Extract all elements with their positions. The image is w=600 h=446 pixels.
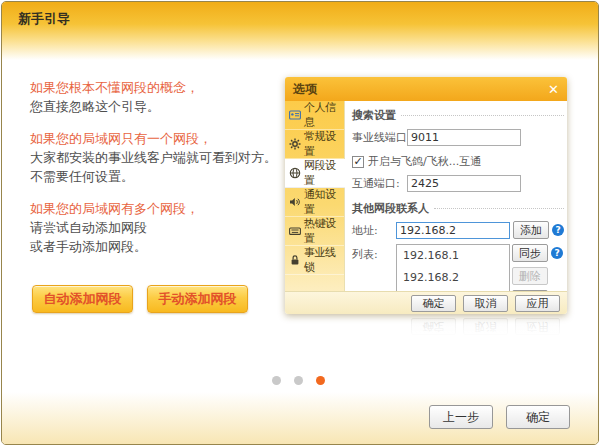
intro-highlight: 如果您的局域网只有一个网段， [30,131,212,146]
interop-port-label: 互通端口: [352,176,407,191]
reflection-ghost: 应用 [515,318,560,335]
address-row: 地址: 添加 ? [352,221,564,239]
sidebar-item-label: 个人信息 [304,100,344,130]
previous-step-button[interactable]: 上一步 [429,405,493,429]
dialog-footer: 确定 取消 应用 [285,291,567,314]
dialog-title-bar: 选项 ✕ [285,77,567,101]
keyboard-icon [289,225,301,237]
group-header-rule [434,208,564,209]
gear-icon [289,138,301,150]
intro-line: 不需要任何设置。 [30,169,134,184]
intro-paragraph: 如果您的局域网只有一个网段， 大家都安装的事业线客户端就可看到对方。 不需要任何… [30,129,292,186]
dialog-apply-button[interactable]: 应用 [515,295,560,312]
add-button[interactable]: 添加 [513,221,549,239]
intro-paragraph: 如果您的局域网有多个网段， 请尝试自动添加网段 或者手动添加网段。 [30,199,292,256]
dialog-title: 选项 [293,81,317,98]
ok-button[interactable]: 确定 [506,405,570,429]
app-port-label: 事业线端口: [352,130,407,145]
sidebar-item-general-settings[interactable]: 常规设置 [285,130,344,159]
pagination-dot-3-active[interactable] [316,376,325,385]
list-label: 列表: [352,244,396,262]
sidebar-item-label: 通知设置 [304,187,344,217]
intro-paragraph: 如果您根本不懂网段的概念， 您直接忽略这个引导。 [30,78,292,116]
sidebar-item-label: 事业线锁 [304,245,344,275]
intro-text: 如果您根本不懂网段的概念， 您直接忽略这个引导。 如果您的局域网只有一个网段， … [30,78,292,269]
interop-port-input[interactable] [407,175,521,192]
interop-checkbox-label: 开启与飞鸽/飞秋...互通 [368,154,481,169]
dialog-body: 个人信息 常规设置 网段设置 [285,101,567,291]
delete-button[interactable]: 删除 [512,267,548,285]
sync-button-row: 同步 ? [512,244,563,262]
dialog-sidebar: 个人信息 常规设置 网段设置 [285,101,345,291]
pagination-dot-2[interactable] [294,376,303,385]
pagination-dots [272,376,325,385]
options-dialog: 选项 ✕ 个人信息 常规设置 [285,77,567,314]
sidebar-item-network-segment-settings[interactable]: 网段设置 [285,159,345,188]
group-header-rule [401,115,564,116]
help-icon[interactable]: ? [552,224,564,236]
list-item[interactable]: 192.168.1 [397,245,509,267]
intro-highlight: 如果您根本不懂网段的概念， [30,80,199,95]
dialog-cancel-button[interactable]: 取消 [463,295,508,312]
list-item[interactable]: 192.168.2 [397,267,509,289]
address-input[interactable] [396,222,510,239]
dialog-ok-button[interactable]: 确定 [411,295,456,312]
id-card-icon [289,109,301,121]
manual-add-segment-button[interactable]: 手动添加网段 [147,285,248,313]
interop-checkbox-row: ✓ 开启与飞鸽/飞秋...互通 [352,154,564,169]
wizard-footer-buttons: 上一步 确定 [429,405,570,429]
interop-port-row: 互通端口: [352,175,564,192]
reflection-ghost: 确定 [411,318,456,335]
close-icon[interactable]: ✕ [548,83,559,96]
intro-line: 大家都安装的事业线客户端就可看到对方。 [30,150,277,165]
intro-highlight: 如果您的局域网有多个网段， [30,201,199,216]
sidebar-item-label: 网段设置 [304,158,345,188]
sidebar-item-app-lock[interactable]: 事业线锁 [285,246,344,275]
cta-buttons: 自动添加网段 手动添加网段 [32,285,248,313]
sidebar-item-personal-info[interactable]: 个人信息 [285,101,344,130]
intro-line: 请尝试自动添加网段 [30,220,147,235]
window-title: 新手引导 [18,10,70,28]
globe-icon [289,167,301,179]
group-header-label: 搜索设置 [352,108,396,123]
group-header-label: 其他网段联系人 [352,201,429,216]
sidebar-item-label: 热键设置 [304,216,344,246]
help-icon[interactable]: ? [551,247,563,259]
dialog-reflection: 确定 取消 应用 [285,315,567,335]
other-segments-header: 其他网段联系人 [352,201,564,216]
dialog-content: 搜索设置 事业线端口: ✓ 开启与飞鸽/飞秋...互通 互通端口: 其他网段联系… [345,101,567,291]
speaker-icon [289,196,301,208]
app-port-input[interactable] [407,129,521,146]
auto-add-segment-button[interactable]: 自动添加网段 [32,285,133,313]
intro-line: 您直接忽略这个引导。 [30,99,160,114]
lock-icon [289,254,301,266]
intro-line: 或者手动添加网段。 [30,239,147,254]
sidebar-item-notification-settings[interactable]: 通知设置 [285,188,344,217]
address-label: 地址: [352,223,396,238]
reflection-ghost: 取消 [463,318,508,335]
sidebar-item-hotkey-settings[interactable]: 热键设置 [285,217,344,246]
sync-button[interactable]: 同步 [512,244,548,262]
sidebar-item-label: 常规设置 [304,129,344,159]
reflection-fade [283,314,569,340]
interop-checkbox[interactable]: ✓ [352,156,364,168]
wizard-window: 新手引导 如果您根本不懂网段的概念， 您直接忽略这个引导。 如果您的局域网只有一… [1,1,599,445]
app-port-row: 事业线端口: [352,129,564,146]
title-bar: 新手引导 [2,2,598,60]
pagination-dot-1[interactable] [272,376,281,385]
search-settings-header: 搜索设置 [352,108,564,123]
